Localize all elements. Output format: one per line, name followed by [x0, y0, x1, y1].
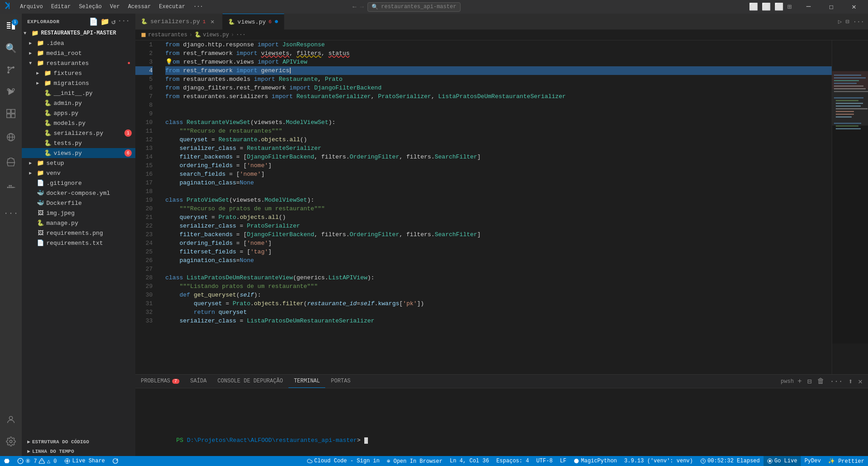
terminal-more-icon[interactable]: ···	[828, 377, 845, 387]
sidebar-item-migrations[interactable]: ▶ 📁 migrations	[22, 78, 135, 88]
status-open-browser[interactable]: ⊕ Open In Browser	[383, 456, 446, 466]
menu-editar[interactable]: Editar	[47, 3, 74, 11]
run-debug-activity-icon[interactable]	[0, 81, 22, 103]
menu-executar[interactable]: Executar	[155, 3, 189, 11]
panel-tab-debug-console[interactable]: CONSOLE DE DEPURAÇÃO	[212, 375, 288, 388]
liveshare-label: Live Share	[72, 458, 105, 464]
breadcrumb-restaurantes[interactable]: restaurantes	[141, 32, 187, 38]
search-activity-icon[interactable]: 🔍	[0, 37, 22, 59]
minimize-button[interactable]: ─	[798, 0, 819, 14]
sidebar-item-img[interactable]: 🖼 img.jpeg	[22, 208, 135, 218]
status-encoding[interactable]: UTF-8	[533, 456, 556, 466]
file-label: requirements.txt	[46, 240, 103, 247]
sidebar-item-gitignore[interactable]: 📄 .gitignore	[22, 178, 135, 188]
layout-more-icon[interactable]: ⊞	[786, 1, 793, 12]
explorer-badge: 1	[12, 19, 18, 25]
status-sync[interactable]	[109, 456, 122, 466]
code-content[interactable]: from django.http.response import JsonRes…	[158, 40, 832, 374]
menu-ver[interactable]: Ver	[106, 3, 124, 11]
status-errors[interactable]: ⑧ 7 △ 0	[14, 456, 60, 466]
status-cloud-code[interactable]: Cloud Code - Sign in	[303, 456, 383, 466]
status-pydev[interactable]: PyDev	[801, 456, 824, 466]
breadcrumb-more[interactable]: ···	[236, 32, 246, 38]
new-file-icon[interactable]: 📄	[89, 17, 99, 26]
split-terminal-icon[interactable]: ⊟	[805, 376, 813, 387]
extensions-activity-icon[interactable]	[0, 103, 22, 124]
sidebar-item-init[interactable]: 🐍 __init__.py	[22, 88, 135, 98]
new-folder-icon[interactable]: 📁	[100, 17, 110, 26]
sidebar-item-idea[interactable]: ▶ 📁 .idea	[22, 38, 135, 48]
root-folder[interactable]: ▼ 📁 RESTAURANTES_API-MASTER	[22, 28, 135, 38]
explorer-icon[interactable]: 1	[0, 15, 22, 37]
nav-forward-icon[interactable]: →	[360, 3, 364, 10]
menu-arquivo[interactable]: Arquivo	[16, 3, 46, 11]
menu-selecao[interactable]: Seleção	[75, 3, 105, 11]
remote-explorer-activity-icon[interactable]	[0, 126, 22, 148]
testing-icon[interactable]	[0, 152, 22, 174]
split-editor-icon[interactable]: ⊟	[845, 18, 849, 25]
sidebar-item-media_root[interactable]: ▶ 📁 media_root	[22, 48, 135, 58]
maximize-button[interactable]: ☐	[821, 0, 842, 14]
status-remote-icon[interactable]	[0, 456, 14, 466]
breadcrumb-viewspy[interactable]: 🐍 views.py	[194, 31, 229, 38]
panel-tab-terminal[interactable]: TERMINAL	[288, 375, 326, 388]
layout-icon[interactable]: ⬜	[761, 1, 772, 12]
menu-acessar[interactable]: Acessar	[124, 3, 154, 11]
collapse-all-icon[interactable]: ···	[118, 17, 130, 26]
run-icon[interactable]: ▷	[838, 18, 842, 25]
source-control-activity-icon[interactable]	[0, 59, 22, 81]
sidebar-toggle-icon[interactable]: ⬜	[748, 1, 759, 12]
status-language-mode[interactable]: MagicPython	[570, 456, 620, 466]
sidebar-item-admin[interactable]: 🐍 admin.py	[22, 98, 135, 108]
sidebar-item-dockerfile[interactable]: 🐳 Dockerfile	[22, 198, 135, 208]
status-go-live[interactable]: Go Live	[764, 456, 801, 466]
close-button[interactable]: ✕	[843, 0, 864, 14]
sidebar-item-setup[interactable]: ▶ 📁 setup	[22, 158, 135, 168]
status-prettier[interactable]: ✨ Prettier	[824, 456, 868, 466]
nav-back-icon[interactable]: ←	[352, 3, 356, 10]
new-terminal-icon[interactable]: +	[796, 377, 804, 387]
sidebar-item-req-png[interactable]: 🖼 requirements.png	[22, 228, 135, 238]
more-actions-icon[interactable]: ···	[0, 203, 22, 224]
tab-views[interactable]: 🐍 views.py 6 ●	[223, 14, 285, 30]
sidebar-section-estrutura[interactable]: ▶ ESTRUTURA DO CÓDIGO	[22, 437, 135, 446]
sidebar-section-linha[interactable]: ▶ LINHA DO TEMPO	[22, 446, 135, 456]
sidebar-item-models[interactable]: 🐍 models.py	[22, 118, 135, 128]
status-elapsed[interactable]: 00:52:32 Elapsed	[697, 456, 764, 466]
status-cursor-position[interactable]: Ln 4, Col 36	[446, 456, 492, 466]
search-bar[interactable]: 🔍 restaurantes_api-master	[367, 2, 461, 12]
sidebar-item-fixtures[interactable]: ▶ 📁 fixtures	[22, 68, 135, 78]
account-activity-icon[interactable]	[0, 409, 22, 431]
status-eol[interactable]: LF	[556, 456, 570, 466]
status-python-version[interactable]: 3.9.13 ('venv': venv)	[620, 456, 696, 466]
sidebar-item-manage[interactable]: 🐍 manage.py	[22, 218, 135, 228]
sidebar-item-req-txt[interactable]: 📄 requirements.txt	[22, 238, 135, 248]
sidebar-item-serializers[interactable]: 🐍 serializers.py 1	[22, 128, 135, 138]
tab-serializers[interactable]: 🐍 serializers.py 1 ✕	[135, 14, 223, 30]
sidebar-item-venv[interactable]: ▶ 📁 venv	[22, 168, 135, 178]
panel-icon[interactable]: ⬜	[774, 1, 784, 12]
code-line-15: ordering_fields = ['nome']	[165, 161, 832, 170]
kill-terminal-icon[interactable]: 🗑	[815, 376, 826, 387]
panel-tab-ports[interactable]: PORTAS	[325, 375, 356, 388]
settings-activity-icon[interactable]	[0, 431, 22, 452]
tab-serializers-close[interactable]: ✕	[208, 18, 217, 26]
code-editor[interactable]: 1 2 3 4 5 6 7 8 9 10 11 12 13 14 15 16 1	[135, 40, 832, 374]
maximize-panel-icon[interactable]: ⬆	[847, 376, 855, 387]
sidebar-item-views[interactable]: 🐍 views.py 6	[22, 148, 135, 158]
status-indentation[interactable]: Espaços: 4	[493, 456, 533, 466]
menu-more[interactable]: ···	[190, 3, 207, 11]
prettier-label: ✨ Prettier	[828, 458, 864, 465]
more-editor-icon[interactable]: ···	[853, 18, 864, 25]
sidebar-item-tests[interactable]: 🐍 tests.py	[22, 138, 135, 148]
panel-tab-problems[interactable]: PROBLEMAS 7	[135, 375, 185, 388]
terminal-content[interactable]: PS D:\Projetos\React\ALFOOD\restaurantes…	[135, 388, 868, 456]
sidebar-item-restaurantes[interactable]: ▼ 📁 restaurantes ●	[22, 58, 135, 68]
status-liveshare[interactable]: Live Share	[60, 456, 109, 466]
sidebar-item-apps[interactable]: 🐍 apps.py	[22, 108, 135, 118]
sidebar-item-docker-compose[interactable]: 🐳 docker-compose.yml	[22, 188, 135, 198]
refresh-icon[interactable]: ↺	[111, 17, 116, 26]
close-panel-icon[interactable]: ✕	[856, 376, 864, 387]
panel-tab-output[interactable]: SAÍDA	[185, 375, 212, 388]
docker-icon[interactable]	[0, 177, 22, 199]
